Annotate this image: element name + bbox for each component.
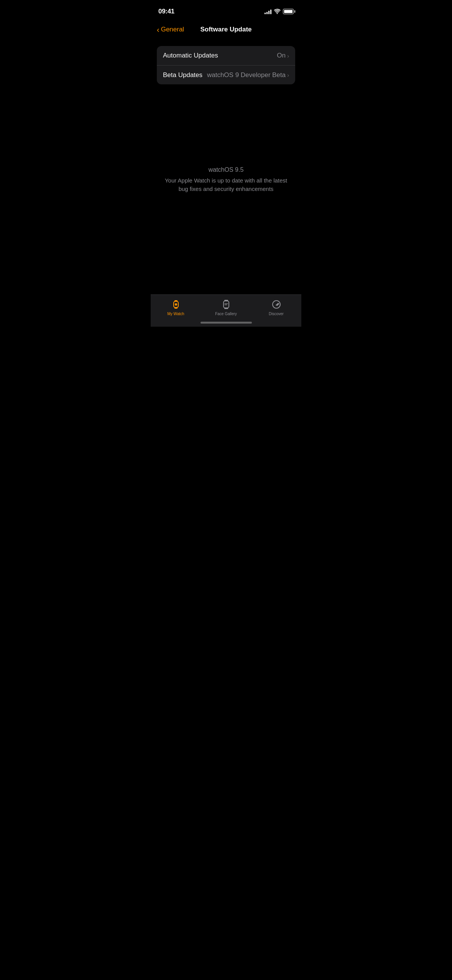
tab-discover[interactable]: Discover <box>251 299 301 316</box>
signal-bar-4 <box>270 10 271 14</box>
home-indicator <box>201 322 252 324</box>
automatic-updates-row[interactable]: Automatic Updates On › <box>157 46 295 65</box>
svg-rect-4 <box>224 301 229 308</box>
automatic-updates-label: Automatic Updates <box>163 52 218 59</box>
battery-fill <box>284 10 293 13</box>
page-title: Software Update <box>200 26 251 33</box>
signal-bars-icon <box>265 9 271 14</box>
update-info: watchOS 9.5 Your Apple Watch is up to da… <box>151 166 301 193</box>
signal-bar-2 <box>266 12 268 14</box>
back-label: General <box>161 26 184 33</box>
face-gallery-tab-label: Face Gallery <box>215 312 237 316</box>
beta-updates-value: watchOS 9 Developer Beta › <box>207 71 289 79</box>
my-watch-tab-label: My Watch <box>167 312 184 316</box>
discover-icon <box>271 299 282 310</box>
beta-updates-label: Beta Updates <box>163 71 202 79</box>
beta-updates-row[interactable]: Beta Updates watchOS 9 Developer Beta › <box>157 65 295 84</box>
signal-bar-1 <box>265 13 266 14</box>
svg-rect-5 <box>224 300 228 301</box>
wifi-icon <box>274 9 281 14</box>
status-icons <box>265 9 294 14</box>
update-version: watchOS 9.5 <box>162 166 290 173</box>
back-chevron-icon: ‹ <box>157 26 159 33</box>
svg-rect-1 <box>174 300 178 302</box>
tab-my-watch[interactable]: My Watch <box>151 299 201 316</box>
back-button[interactable]: ‹ General <box>157 26 184 33</box>
signal-bar-3 <box>268 11 270 14</box>
battery-icon <box>283 9 294 14</box>
automatic-updates-status: On <box>277 52 286 59</box>
settings-group: Automatic Updates On › Beta Updates watc… <box>157 46 295 84</box>
automatic-updates-value: On › <box>277 52 289 59</box>
my-watch-icon <box>170 299 182 310</box>
tab-face-gallery[interactable]: Face Gallery <box>201 299 251 316</box>
svg-rect-2 <box>174 307 178 309</box>
beta-updates-status: watchOS 9 Developer Beta <box>207 71 286 79</box>
beta-updates-chevron-icon: › <box>287 72 289 78</box>
navigation-bar: ‹ General Software Update <box>151 21 301 40</box>
discover-tab-label: Discover <box>269 312 284 316</box>
svg-point-3 <box>175 303 177 306</box>
update-description: Your Apple Watch is up to date with all … <box>162 176 290 193</box>
automatic-updates-chevron-icon: › <box>287 53 289 59</box>
status-time: 09:41 <box>158 8 174 15</box>
face-gallery-icon <box>220 299 232 310</box>
status-bar: 09:41 <box>151 0 301 21</box>
content: Automatic Updates On › Beta Updates watc… <box>151 40 301 84</box>
svg-rect-6 <box>224 307 228 309</box>
svg-marker-10 <box>276 303 279 306</box>
